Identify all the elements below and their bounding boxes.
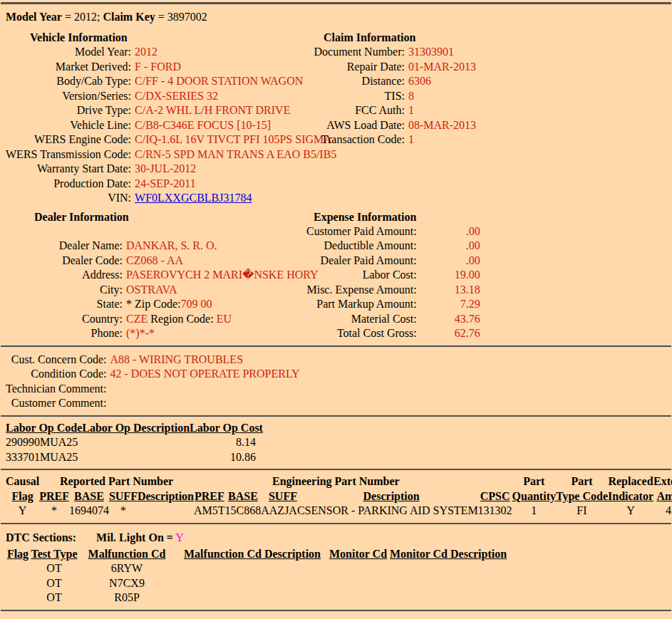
model-year-value: 2012 <box>74 11 97 23</box>
labor-section: Labor Op Code Labor Op Description Labor… <box>0 421 672 465</box>
table-row: AWS Load Date:08-MAR-2013 <box>306 118 476 133</box>
field-value: 31303901 <box>405 45 476 60</box>
field-value: 7.29 <box>417 297 480 312</box>
table-row: Part Markup Amount:7.29 <box>306 297 480 312</box>
mil-light-value: Y <box>175 531 184 543</box>
type-code-header: Type Code <box>556 489 608 504</box>
table-row: Material Cost:43.76 <box>306 312 480 327</box>
section-divider <box>1 415 671 417</box>
region-value: EU <box>217 313 232 325</box>
table-row: Total Cost Gross:62.76 <box>306 326 480 341</box>
table-row: Cust. Concern Code:A88 - WIRING TROUBLES <box>6 353 300 368</box>
reported-suff: * <box>109 504 138 519</box>
field-label: Dealer Paid Amount: <box>306 254 417 269</box>
claim-info-heading: Claim Information <box>324 30 666 45</box>
table-row: OT R05P <box>6 591 510 605</box>
engineering-description-header: Description <box>305 489 478 504</box>
monitor-cd-description-header: Monitor Cd Description <box>387 547 510 562</box>
table-row: State:* Zip Code:709 00 <box>6 297 319 312</box>
concern-table: Cust. Concern Code:A88 - WIRING TROUBLES… <box>6 353 300 411</box>
expense-info-table: Customer Paid Amount:.00 Deductible Amou… <box>306 224 480 341</box>
dtc-flag <box>6 576 30 591</box>
field-label: Body/Cab Type: <box>6 74 131 89</box>
table-row: OT N7CX9 <box>6 576 510 591</box>
amount-header: Amount <box>653 489 672 504</box>
reported-part-group-header: Reported Part Number <box>39 474 194 489</box>
extended-group-header: Extended <box>653 474 672 489</box>
table-group-header-row: Causal Reported Part Number Engineering … <box>6 474 672 489</box>
labor-op-cost: 10.86 <box>190 450 263 465</box>
labor-op-code-header: Labor Op Code <box>6 421 82 436</box>
field-label: Material Cost: <box>306 312 417 327</box>
field-value: 24-SEP-2011 <box>131 177 336 192</box>
field-label: Labor Cost: <box>306 268 417 283</box>
parts-section: Causal Reported Part Number Engineering … <box>0 474 672 519</box>
field-value: C/RN-5 SPD MAN TRANS A EAO B5/IB5 <box>131 147 336 162</box>
replaced-indicator: Y <box>608 504 653 519</box>
field-value: A88 - WIRING TROUBLES <box>107 353 300 368</box>
table-header-row: Flag Test Type Malfunction Cd Malfunctio… <box>6 547 510 562</box>
field-label: Dealer Code: <box>6 254 123 269</box>
field-value: 8 <box>405 89 476 104</box>
field-label: Part Markup Amount: <box>306 297 417 312</box>
claim-key-value: 3897002 <box>167 11 207 23</box>
table-row: Deductible Amount:.00 <box>306 239 480 254</box>
table-row: Version/Series:C/DX-SERIES 32 <box>6 89 336 104</box>
engineering-base: 15C868 <box>225 504 262 519</box>
field-label: Misc. Expense Amount: <box>306 283 417 298</box>
table-row: Model Year:2012 <box>6 45 336 60</box>
field-label: Document Number: <box>306 45 405 60</box>
vin-link[interactable]: WF0LXXGCBLBJ31784 <box>135 192 252 204</box>
part-quantity: 1 <box>512 504 556 519</box>
labor-op-code: 290990MUA25 <box>6 435 82 450</box>
model-year-key: Model Year <box>6 11 62 23</box>
field-label: Warranty Start Date: <box>6 162 131 177</box>
engineering-pref-header: PREF <box>194 489 225 504</box>
table-header-row: Labor Op Code Labor Op Description Labor… <box>6 421 263 436</box>
page-title: Model Year = 2012; Claim Key = 3897002 <box>6 9 666 24</box>
monitor-cd-description <box>387 561 510 576</box>
engineering-suff: AAZJAC <box>261 504 304 519</box>
field-label: Repair Date: <box>306 60 405 75</box>
table-row: Document Number:31303901 <box>306 45 476 60</box>
field-value: 42 - DOES NOT OPERATE PROPERLY <box>107 367 300 382</box>
replaced-group-header: Replaced <box>608 474 653 489</box>
field-label: Distance: <box>306 74 405 89</box>
parts-table: Causal Reported Part Number Engineering … <box>6 474 672 519</box>
vin-label: VIN: <box>6 191 131 206</box>
top-divider <box>1 2 671 4</box>
field-label: AWS Load Date: <box>306 118 405 133</box>
engineering-pref: AM5T <box>194 504 225 519</box>
dtc-sections-line: DTC Sections:Mil. Light On = Y <box>6 530 666 545</box>
table-row: Dealer Paid Amount:.00 <box>306 254 480 269</box>
claim-detail-page: Model Year = 2012; Claim Key = 3897002 V… <box>0 2 672 611</box>
claim-info-table: Document Number:31303901 Repair Date:01-… <box>306 45 476 147</box>
dtc-flag <box>6 591 30 605</box>
table-row: Address:PASEROVYCH 2 MARI�NSKE HORY <box>6 268 319 283</box>
table-row: 290990MUA25 8.14 <box>6 435 263 450</box>
malfunction-cd: N7CX9 <box>78 576 175 591</box>
table-row: Warranty Start Date:30-JUL-2012 <box>6 162 336 177</box>
engineering-description: SENSOR - PARKING AID SYSTEM <box>305 504 478 519</box>
expense-info-heading: Expense Information <box>314 209 666 224</box>
labor-op-description-header: Labor Op Description <box>82 421 190 436</box>
malfunction-cd: 6RYW <box>78 561 175 576</box>
dtc-flag-header: Flag <box>6 547 30 562</box>
malfunction-cd-description <box>175 561 329 576</box>
field-label: Address: <box>6 268 123 283</box>
field-label: Technician Comment: <box>6 382 107 397</box>
cpsc-header: CPSC <box>478 489 512 504</box>
field-label: Market Derived: <box>6 60 131 75</box>
monitor-cd <box>329 561 387 576</box>
dtc-test-type: OT <box>30 576 78 591</box>
field-label: Cust. Concern Code: <box>6 353 107 368</box>
field-value: 30-JUL-2012 <box>131 162 336 177</box>
section-divider <box>1 469 671 470</box>
malfunction-cd-header: Malfunction Cd <box>78 547 175 562</box>
table-row: Labor Cost:19.00 <box>306 268 480 283</box>
field-value: OSTRAVA <box>123 283 319 298</box>
field-value <box>107 382 300 397</box>
table-row: Repair Date:01-MAR-2013 <box>306 60 476 75</box>
dtc-flag <box>6 561 30 576</box>
field-label: Condition Code: <box>6 367 107 382</box>
